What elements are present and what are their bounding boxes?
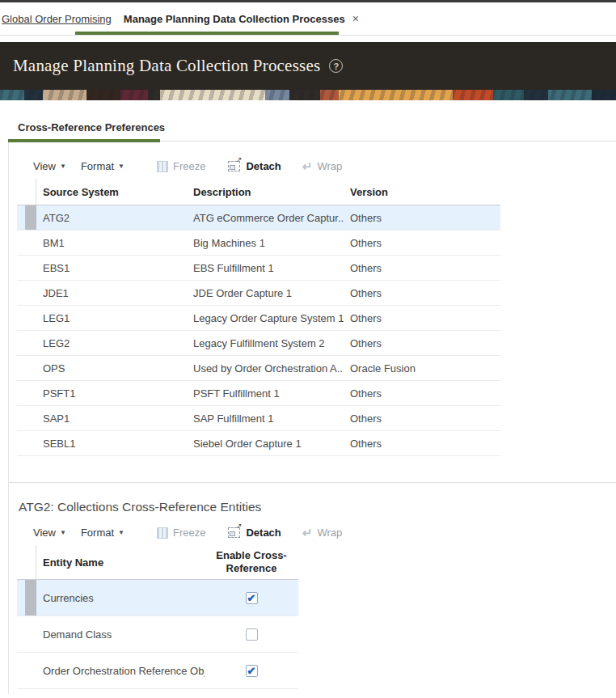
decorative-banner-strip (0, 90, 616, 100)
chevron-down-icon: ▼ (118, 163, 124, 170)
cell-version[interactable]: Others (344, 331, 500, 355)
column-header-entity-name[interactable]: Entity Name (36, 545, 205, 579)
view-menu-button[interactable]: View ▼ (33, 160, 66, 172)
table-row[interactable]: SEBL1 Siebel Order Capture 1 Others (17, 431, 500, 456)
row-select-cell[interactable] (17, 406, 36, 430)
table-row[interactable]: ATG2 ATG eCommerce Order Captur... Other… (17, 205, 500, 231)
row-select-cell[interactable] (17, 356, 36, 380)
cell-version[interactable]: Others (344, 281, 500, 305)
table-row[interactable]: Order Orchestration Reference Obj... ✔ (17, 653, 298, 689)
detach-label: Detach (246, 160, 281, 172)
cell-description[interactable]: PSFT Fulfillment 1 (187, 381, 344, 405)
table-row[interactable]: JDE1 JDE Order Capture 1 Others (17, 281, 500, 306)
column-header-source-system[interactable]: Source System (36, 179, 187, 205)
table-row[interactable]: EBS1 EBS Fulfillment 1 Others (17, 256, 500, 281)
cell-source-system[interactable]: LEG2 (36, 331, 187, 355)
document-tab-bar: Global Order Promising Manage Planning D… (0, 2, 616, 36)
wrap-button: ↵ Wrap (302, 527, 342, 539)
cell-version[interactable]: Others (344, 205, 500, 230)
cell-description[interactable]: EBS Fulfillment 1 (187, 256, 344, 280)
detach-icon: ↗ (228, 527, 240, 538)
table-row[interactable]: Currencies ✔ (17, 580, 298, 616)
row-select-cell[interactable] (17, 616, 36, 652)
table-row[interactable]: LEG1 Legacy Order Capture System 1 Other… (17, 306, 500, 331)
help-icon[interactable]: ? (329, 59, 343, 73)
row-selection-bar (25, 580, 36, 616)
row-select-cell[interactable] (17, 205, 36, 230)
cell-source-system[interactable]: EBS1 (36, 256, 187, 280)
cell-source-system[interactable]: SAP1 (36, 406, 187, 430)
cell-source-system[interactable]: LEG1 (36, 306, 187, 330)
freeze-icon (157, 161, 168, 172)
cell-description[interactable]: Legacy Order Capture System 1 (187, 306, 344, 330)
row-select-cell[interactable] (17, 306, 36, 330)
entities-table-body: Currencies ✔ Demand Class Order Orchestr… (17, 580, 298, 689)
cell-description[interactable]: Used by Order Orchestration A... (187, 356, 344, 380)
cell-version[interactable]: Others (344, 431, 500, 455)
cell-description[interactable]: SAP Fulfillment 1 (187, 406, 344, 430)
enable-cross-reference-checkbox[interactable]: ✔ (246, 592, 258, 604)
cell-source-system[interactable]: BM1 (36, 231, 187, 255)
view-menu-button[interactable]: View ▼ (33, 527, 66, 539)
table-row[interactable]: LEG2 Legacy Fulfillment System 2 Others (17, 331, 500, 356)
format-menu-label: Format (81, 527, 114, 539)
cell-entity-name[interactable]: Order Orchestration Reference Obj... (36, 653, 205, 688)
table-row[interactable]: SAP1 SAP Fulfillment 1 Others (17, 406, 500, 431)
cell-source-system[interactable]: PSFT1 (36, 381, 187, 405)
row-select-header (17, 545, 36, 579)
tab-label: Manage Planning Data Collection Processe… (124, 13, 345, 25)
detach-button[interactable]: ↗ Detach (228, 527, 281, 539)
wrap-icon: ↵ (302, 160, 313, 172)
view-menu-label: View (33, 527, 56, 539)
entities-table: Entity Name Enable Cross-Reference Curre… (17, 545, 298, 689)
row-select-cell[interactable] (17, 256, 36, 280)
table-row[interactable]: PSFT1 PSFT Fulfillment 1 Others (17, 381, 500, 406)
cell-entity-name[interactable]: Currencies (36, 580, 205, 616)
cell-version[interactable]: Others (344, 381, 500, 405)
tab-manage-planning-data-collection[interactable]: Manage Planning Data Collection Processe… (124, 12, 359, 25)
row-select-header (17, 179, 36, 205)
cell-description[interactable]: Legacy Fulfillment System 2 (187, 331, 344, 355)
cell-entity-name[interactable]: Demand Class (36, 616, 205, 652)
row-select-cell[interactable] (17, 231, 36, 255)
cell-source-system[interactable]: JDE1 (36, 281, 187, 305)
cell-version[interactable]: Others (344, 406, 500, 430)
cell-description[interactable]: Big Machines 1 (187, 231, 344, 255)
enable-cross-reference-checkbox[interactable]: ✔ (246, 665, 258, 677)
cell-version[interactable]: Others (344, 231, 500, 255)
enable-cross-reference-checkbox[interactable] (246, 628, 258, 641)
cell-source-system[interactable]: OPS (36, 356, 187, 380)
subtab-row: Cross-Reference Preferences (0, 117, 616, 142)
page-header-banner: Manage Planning Data Collection Processe… (0, 42, 616, 90)
tab-global-order-promising[interactable]: Global Order Promising (2, 13, 112, 25)
cell-description[interactable]: ATG eCommerce Order Captur... (187, 205, 344, 230)
cell-version[interactable]: Others (344, 306, 500, 330)
cell-version[interactable]: Others (344, 256, 500, 280)
cell-source-system[interactable]: ATG2 (36, 205, 187, 230)
table-row[interactable]: Demand Class (17, 616, 298, 653)
row-select-cell[interactable] (17, 381, 36, 405)
close-icon[interactable]: × (352, 12, 359, 25)
format-menu-button[interactable]: Format ▼ (81, 160, 124, 172)
wrap-icon: ↵ (302, 527, 313, 539)
entities-table-toolbar: View ▼ Format ▼ Freeze ↗ Detach ↵ Wrap (9, 514, 616, 539)
detach-button[interactable]: ↗ Detach (228, 160, 281, 172)
table-row[interactable]: OPS Used by Order Orchestration A... Ora… (17, 356, 500, 381)
tab-cross-reference-preferences[interactable]: Cross-Reference Preferences (18, 121, 165, 133)
cell-description[interactable]: JDE Order Capture 1 (187, 281, 344, 305)
source-systems-table: Source System Description Version ATG2 A… (17, 179, 500, 456)
cell-version[interactable]: Oracle Fusion (344, 356, 500, 380)
table-row[interactable]: BM1 Big Machines 1 Others (17, 231, 500, 256)
content-panel: View ▼ Format ▼ Freeze ↗ Detach ↵ Wrap S… (8, 142, 616, 694)
column-header-enable-cross-reference[interactable]: Enable Cross-Reference (205, 545, 298, 579)
row-select-cell[interactable] (17, 653, 36, 688)
row-select-cell[interactable] (17, 331, 36, 355)
column-header-version[interactable]: Version (344, 179, 500, 205)
column-header-description[interactable]: Description (187, 179, 344, 205)
row-select-cell[interactable] (17, 281, 36, 305)
row-select-cell[interactable] (17, 431, 36, 455)
row-select-cell[interactable] (17, 580, 36, 616)
format-menu-button[interactable]: Format ▼ (81, 527, 124, 539)
cell-source-system[interactable]: SEBL1 (36, 431, 187, 455)
cell-description[interactable]: Siebel Order Capture 1 (187, 431, 344, 455)
